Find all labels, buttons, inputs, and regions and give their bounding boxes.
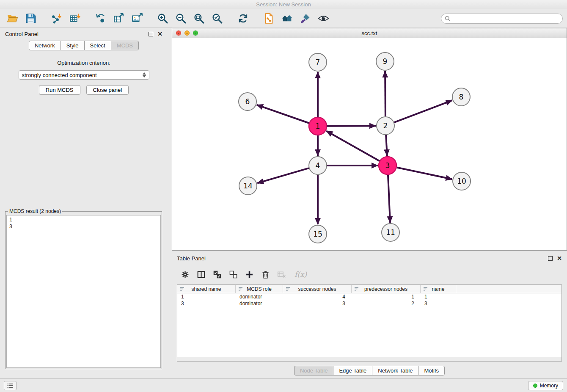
search-box[interactable] [441,14,563,24]
memory-button[interactable]: Memory [528,381,563,390]
zoom-in-button[interactable] [154,11,171,26]
close-panel-icon[interactable]: ✕ [157,32,162,36]
tab-edge-table[interactable]: Edge Table [333,366,372,375]
cell-name[interactable]: 3 [421,300,456,307]
table-toolbar: f(x) [172,264,567,283]
close-table-panel-icon[interactable]: ✕ [557,256,562,260]
network-canvas[interactable]: 7968124314101511 [172,38,567,250]
title-bar: Session: New Session [0,0,567,9]
edge-2-3[interactable] [386,135,387,156]
node-7[interactable]: 7 [309,53,327,71]
table-settings-button[interactable] [179,269,190,280]
node-label-14: 14 [243,182,253,190]
toggle-visibility-button[interactable] [315,11,331,26]
select-all-button[interactable] [212,269,223,280]
close-window-icon[interactable] [176,30,181,36]
cell-name[interactable]: 1 [421,293,456,300]
save-session-button[interactable] [22,11,39,26]
tab-mcds[interactable]: MCDS [111,41,139,50]
edge-3-1[interactable] [326,131,380,161]
edge-2-9[interactable] [385,71,385,116]
zoom-fit-button[interactable] [191,11,207,26]
node-label-2: 2 [383,121,388,130]
edge-4-14[interactable] [257,168,309,183]
network-neighbors-button[interactable] [92,11,108,26]
tab-select[interactable]: Select [84,41,111,50]
open-session-button[interactable] [4,11,20,26]
node-14[interactable]: 14 [239,177,257,195]
mcds-panel-body: Optimization criterion: strongly connect… [0,60,168,95]
node-2[interactable]: 2 [377,117,394,135]
import-network-button[interactable] [48,11,64,26]
float-table-panel-icon[interactable] [548,256,553,261]
zoom-out-button[interactable] [173,11,189,26]
maximize-window-icon[interactable] [193,30,198,36]
column-header-name[interactable]: name [421,285,456,293]
tab-motifs[interactable]: Motifs [418,366,445,375]
mcds-result-box: MCDS result (2 nodes) 1 3 [5,208,162,369]
cell-mcds-role[interactable]: dominator [236,300,283,307]
node-3[interactable]: 3 [379,157,396,174]
node-11[interactable]: 11 [382,224,399,241]
table-row[interactable]: 3 dominator 3 2 3 [177,300,561,307]
home-icon [281,13,293,24]
search-input[interactable] [453,15,559,22]
tab-network-table[interactable]: Network Table [372,366,418,375]
node-label-1: 1 [316,122,320,130]
share-document-button[interactable] [261,11,277,26]
zoom-selected-button[interactable] [209,11,225,26]
deselect-all-button[interactable] [228,269,239,280]
refresh-view-button[interactable] [235,11,251,26]
float-panel-icon[interactable] [149,32,153,36]
node-9[interactable]: 9 [376,52,394,70]
tab-network[interactable]: Network [29,41,61,50]
minimize-window-icon[interactable] [184,30,190,36]
table-horizontal-scrollbar[interactable] [177,357,561,361]
edge-1-6[interactable] [257,105,309,123]
column-header-shared-name[interactable]: shared name [177,285,236,293]
run-mcds-button[interactable]: Run MCDS [39,85,80,95]
delete-table-button[interactable] [276,269,287,280]
node-4[interactable]: 4 [309,157,327,174]
cell-successor-nodes[interactable]: 4 [283,293,352,300]
trash-icon [261,270,270,279]
node-1[interactable]: 1 [309,117,327,135]
export-table-icon [113,13,124,24]
node-6[interactable]: 6 [239,93,256,110]
import-table-icon [69,13,80,24]
add-column-button[interactable] [244,269,255,280]
column-header-predecessor-nodes[interactable]: predecessor nodes [352,285,421,293]
cell-shared-name[interactable]: 3 [177,300,236,307]
refresh-icon [237,13,249,24]
tab-node-table[interactable]: Node Table [294,366,334,375]
optimization-criterion-select[interactable]: strongly connected component [19,70,149,80]
apply-style-button[interactable] [297,11,313,26]
close-panel-button[interactable]: Close panel [86,85,129,95]
tab-style[interactable]: Style [61,41,85,50]
task-history-button[interactable] [4,381,17,390]
cell-predecessor-nodes[interactable]: 1 [352,293,421,300]
export-table-button[interactable] [110,11,127,26]
edge-3-10[interactable] [397,168,452,179]
function-builder-button[interactable]: f(x) [292,270,309,279]
delete-column-button[interactable] [260,269,271,280]
cell-predecessor-nodes[interactable]: 2 [352,300,421,307]
node-label-4: 4 [316,161,320,170]
show-columns-button[interactable] [195,269,206,280]
node-8[interactable]: 8 [452,88,470,106]
edge-3-11[interactable] [388,175,390,223]
edge-2-8[interactable] [394,100,452,122]
column-header-mcds-role[interactable]: MCDS role [236,285,283,293]
node-10[interactable]: 10 [453,172,471,190]
import-table-button[interactable] [66,11,83,26]
column-header-successor-nodes[interactable]: successor nodes [283,285,352,293]
cell-mcds-role[interactable]: dominator [236,293,283,300]
node-15[interactable]: 15 [309,225,327,243]
edge-1-2[interactable] [327,126,376,126]
cell-successor-nodes[interactable]: 3 [283,300,352,307]
home-button[interactable] [279,11,295,26]
cell-shared-name[interactable]: 1 [177,293,236,300]
export-image-button[interactable] [129,11,145,26]
plus-icon [245,270,254,279]
table-row[interactable]: 1 dominator 4 1 1 [177,293,561,300]
